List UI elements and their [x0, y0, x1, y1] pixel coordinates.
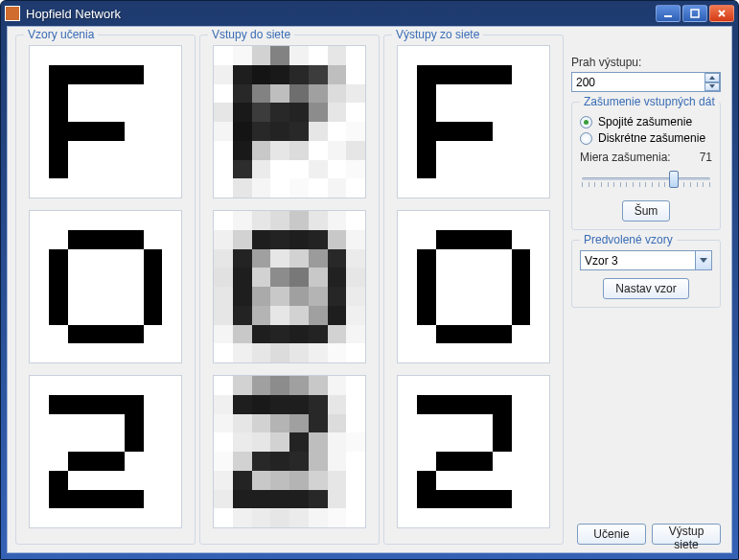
titlebar: Hopfield Network [1, 1, 738, 26]
threshold-spin-up[interactable] [704, 73, 720, 82]
output-button[interactable]: Výstup siete [652, 524, 721, 545]
training-patterns-group: Vzory učenia [15, 35, 196, 545]
noise-button[interactable]: Šum [622, 200, 671, 222]
radio-discrete-input[interactable] [580, 132, 592, 145]
radio-continuous-input[interactable] [580, 116, 592, 128]
outputs-group: Výstupy zo siete [383, 35, 564, 545]
app-icon [5, 6, 20, 21]
maximize-button[interactable] [682, 5, 707, 22]
presets-group: Predvolené vzory Vzor 3 Nastav vzor [571, 240, 721, 308]
inputs-legend: Vstupy do siete [208, 28, 294, 41]
train-button[interactable]: Učenie [577, 524, 646, 545]
presets-legend: Predvolené vzory [580, 233, 677, 246]
input-pattern-3[interactable] [213, 375, 366, 528]
client-area: Vzory učenia Vstupy do siete Výstupy zo … [7, 26, 732, 553]
preset-select[interactable]: Vzor 3 [580, 250, 712, 270]
radio-discrete[interactable]: Diskrétne zašumenie [580, 131, 712, 145]
minimize-button[interactable] [656, 5, 681, 22]
training-pattern-3[interactable] [29, 375, 182, 528]
noise-amount-label: Miera zašumenia: [580, 151, 671, 164]
training-pattern-1[interactable] [29, 45, 182, 198]
noise-slider[interactable] [580, 166, 712, 193]
svg-rect-1 [691, 10, 699, 17]
training-patterns-legend: Vzory učenia [24, 28, 98, 41]
noise-group: Zašumenie vstupných dát Spojité zašumeni… [571, 102, 721, 230]
radio-discrete-label: Diskrétne zašumenie [598, 131, 705, 145]
inputs-group: Vstupy do siete [199, 35, 380, 545]
threshold-label: Prah výstupu: [571, 56, 721, 69]
outputs-legend: Výstupy zo siete [392, 28, 483, 41]
slider-thumb[interactable] [669, 171, 679, 188]
slider-ticks [582, 182, 710, 187]
output-pattern-2 [397, 210, 550, 363]
output-pattern-1 [397, 45, 550, 198]
training-pattern-2[interactable] [29, 210, 182, 363]
threshold-input[interactable] [571, 72, 721, 92]
threshold-spin-down[interactable] [704, 82, 720, 92]
svg-rect-0 [664, 15, 672, 17]
radio-continuous[interactable]: Spojité zašumenie [580, 115, 712, 128]
output-pattern-3 [397, 375, 550, 528]
window-title: Hopfield Network [26, 7, 656, 21]
radio-continuous-label: Spojité zašumenie [598, 115, 692, 128]
noise-amount-value: 71 [700, 151, 712, 164]
input-pattern-2[interactable] [213, 210, 366, 363]
close-button[interactable] [709, 5, 734, 22]
set-preset-button[interactable]: Nastav vzor [603, 278, 688, 299]
input-pattern-1[interactable] [213, 45, 366, 198]
noise-legend: Zašumenie vstupných dát [580, 95, 719, 108]
